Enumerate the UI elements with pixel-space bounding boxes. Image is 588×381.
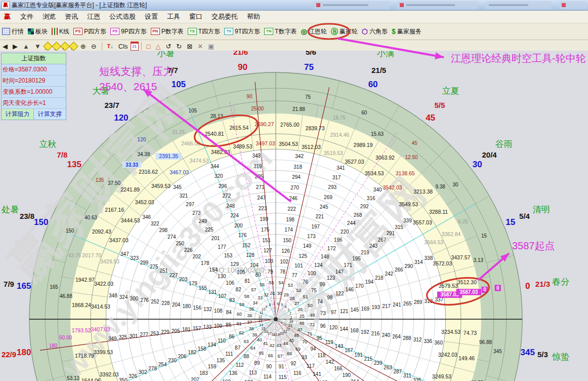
svg-text:33: 33 [258, 295, 263, 300]
zoom-out-button[interactable]: ⊖ [91, 43, 97, 50]
menu-item-3[interactable]: 江恩 [87, 12, 100, 21]
price-axis-button[interactable]: T↓ [107, 43, 113, 49]
svg-text:270: 270 [290, 185, 299, 190]
wheel-center [274, 317, 278, 321]
rotate-down-button[interactable]: ▼ [34, 43, 41, 50]
svg-text:0: 0 [525, 281, 530, 291]
svg-text:52: 52 [296, 288, 301, 293]
svg-text:14: 14 [259, 323, 263, 327]
svg-text:1644.06: 1644.06 [81, 377, 101, 381]
toolbar-item-T数字表[interactable]: TNT数字表 [264, 27, 297, 36]
calendar-button[interactable]: 21 [131, 42, 139, 51]
cls-button[interactable]: Cls [118, 43, 128, 50]
svg-text:118: 118 [317, 353, 325, 358]
coefficient-field[interactable]: 变换系数=1.00000 [2, 87, 66, 98]
menu-item-9[interactable]: 帮助 [247, 12, 260, 21]
square-tool-button[interactable]: □ [147, 43, 151, 50]
step-field[interactable]: 周天变化步长=1 [2, 98, 66, 109]
svg-text:148: 148 [321, 254, 329, 259]
svg-text:90: 90 [266, 364, 272, 369]
toolbar-item-T四方形[interactable]: TST四方形 [188, 27, 220, 36]
svg-text:50.00: 50.00 [59, 335, 72, 340]
toolbar-item-9P四方形[interactable]: P99P四方形 [110, 27, 147, 36]
toolbar-item-赢家服务[interactable]: $赢家服务 [392, 27, 422, 36]
toolbar-item-label: 江恩轮 [309, 27, 327, 36]
triangle-tool-button[interactable]: △ [155, 43, 160, 50]
toolbar-item-label: 板块 [35, 27, 48, 36]
toolbar-item-9T四方形[interactable]: T99T四方形 [224, 27, 260, 36]
toolbar-item-P数字表[interactable]: PNP数字表 [151, 27, 184, 36]
svg-text:43.75: 43.75 [68, 253, 81, 258]
svg-text:275: 275 [150, 264, 158, 270]
step-right-button[interactable]: → [52, 42, 61, 51]
menu-item-2[interactable]: 资讯 [65, 12, 78, 21]
background-tab [486, 1, 552, 9]
toolbar-item-行情[interactable]: 行情 [2, 27, 24, 36]
menu-item-5[interactable]: 设置 [145, 12, 158, 21]
svg-text:157: 157 [193, 326, 201, 331]
rotate-up-button[interactable]: ▲ [23, 43, 29, 50]
svg-text:320: 320 [215, 173, 223, 179]
svg-text:77: 77 [292, 273, 298, 278]
board-button[interactable]: ▣ [208, 43, 214, 50]
collapse-button[interactable]: ✕ [197, 43, 203, 50]
pan-left-button[interactable]: ◀ [3, 43, 8, 50]
svg-text:19: 19 [276, 333, 280, 336]
svg-text:3249.53: 3249.53 [432, 373, 451, 379]
toolbar-item-P四方形[interactable]: PSP四方形 [73, 27, 106, 36]
svg-text:182: 182 [188, 350, 196, 355]
svg-text:2466.08: 2466.08 [181, 140, 200, 146]
svg-text:49: 49 [310, 313, 315, 318]
svg-text:299: 299 [140, 260, 149, 265]
zoom-in-button[interactable]: ⊕ [80, 43, 86, 50]
svg-text:322: 322 [151, 221, 159, 226]
svg-text:54: 54 [278, 280, 283, 285]
svg-text:3234.53: 3234.53 [441, 329, 460, 335]
calc-support-button[interactable]: 计算支撑 [34, 109, 66, 120]
svg-text:196: 196 [334, 237, 343, 243]
step-down-button[interactable]: ↓ [69, 42, 78, 51]
svg-text:104: 104 [250, 262, 259, 268]
svg-text:5/4: 5/4 [519, 212, 530, 220]
svg-text:193: 193 [371, 304, 380, 310]
chart-area[interactable]: 赢家财富网www.yingjia360.com赢家财富网QQ:100800360… [0, 51, 588, 381]
time-field[interactable]: 时间=20180129 [2, 75, 66, 87]
svg-text:3504.53: 3504.53 [279, 141, 298, 147]
menu-item-8[interactable]: 交易委托 [212, 12, 238, 21]
svg-text:195: 195 [352, 256, 361, 261]
menu-item-4[interactable]: 公式选股 [109, 12, 136, 21]
calc-resistance-button[interactable]: 计算阻力 [2, 109, 34, 120]
svg-text:226: 226 [184, 247, 193, 253]
svg-text:3399.53: 3399.53 [94, 349, 113, 355]
svg-text:167: 167 [345, 348, 353, 353]
svg-text:3288.11: 3288.11 [429, 209, 448, 215]
rotate-cw-button[interactable]: ↻ [176, 43, 182, 50]
grid-frame-button[interactable]: ⊠ [187, 43, 192, 50]
svg-text:122: 122 [335, 291, 344, 296]
svg-text:123: 123 [327, 275, 335, 281]
svg-text:3459.53: 3459.53 [151, 183, 171, 189]
title-bar: 赢 赢家江恩专业版[赢家服务平台] - [上证指数 江恩轮] [0, 0, 588, 11]
svg-text:31: 31 [270, 291, 275, 296]
svg-text:202: 202 [192, 254, 201, 259]
toolbar-item-K线[interactable]: K线 [52, 27, 69, 36]
svg-text:3572.03: 3572.03 [433, 260, 452, 266]
svg-text:135: 135 [217, 358, 225, 363]
step-up-button[interactable]: ↑ [60, 42, 69, 51]
step-left-button[interactable]: ← [43, 42, 52, 51]
svg-text:124: 124 [314, 262, 323, 268]
menu-item-0[interactable]: 文件 [20, 12, 33, 21]
menu-item-7[interactable]: 窗口 [189, 12, 202, 21]
menu-item-6[interactable]: 工具 [167, 12, 180, 21]
svg-text:46: 46 [294, 333, 299, 338]
toolbar-item-板块[interactable]: 板块 [28, 27, 48, 36]
menu-item-1[interactable]: 浏览 [43, 12, 56, 21]
rotate-ccw-button[interactable]: ↺ [165, 43, 171, 50]
svg-text:2316.62: 2316.62 [139, 169, 158, 175]
toolbar-item-江恩轮[interactable]: ◎江恩轮 [301, 27, 326, 36]
price-field[interactable]: 价格=3587.0300 [2, 64, 66, 75]
toolbar-item-赢家轮[interactable]: Ⓑ赢家轮 [331, 27, 358, 36]
svg-text:83: 83 [229, 297, 235, 303]
toolbar-item-六角形[interactable]: ⬡六角形 [362, 27, 388, 36]
pan-right-button[interactable]: ▶ [13, 43, 18, 50]
